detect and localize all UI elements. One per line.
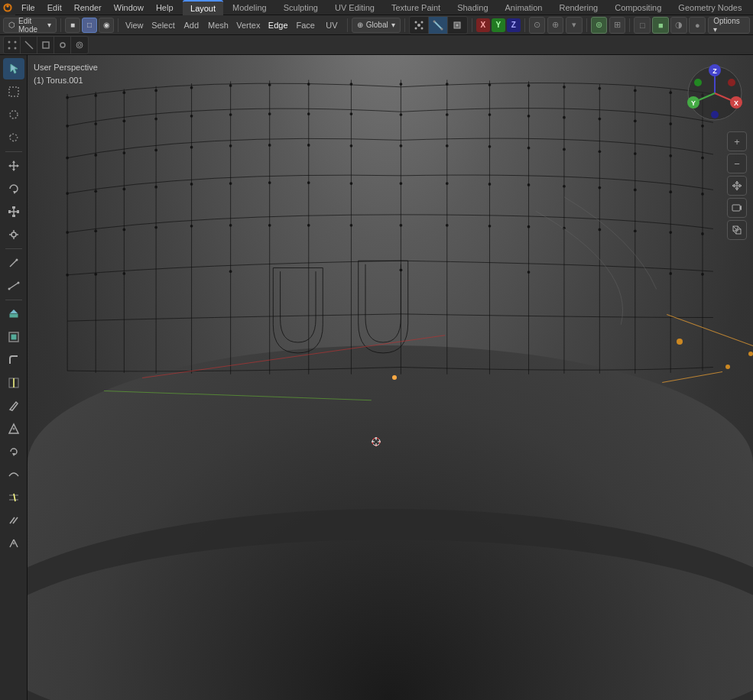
mesh-menu-btn[interactable]: Mesh [205,17,232,34]
tool-annotate[interactable] [3,252,24,274]
tab-shading[interactable]: Shading [450,0,495,15]
vp-ortho-btn[interactable] [727,220,747,240]
3d-viewport[interactable]: User Perspective (1) Torus.001 Z X [28,55,753,700]
menu-file[interactable]: File [15,0,41,15]
tab-animation[interactable]: Animation [498,0,550,15]
x-axis-btn[interactable]: X [476,18,490,32]
viewport-type-mat[interactable]: ◉ [99,18,114,33]
proportional-edit-btn[interactable]: ⊙ [529,17,545,34]
tab-compositing[interactable]: Compositing [607,0,669,15]
3d-cursor [370,436,382,448]
separator-2 [118,18,118,32]
xray-indicator[interactable] [71,37,88,53]
tool-move[interactable] [3,155,24,177]
options-btn[interactable]: Options ▾ [708,17,750,34]
edge-indicator[interactable] [21,37,37,53]
extra-indicator[interactable] [54,37,71,53]
select-mode-group [409,16,468,34]
tool-inset[interactable] [3,326,24,348]
svg-point-21 [78,44,81,47]
svg-point-13 [8,41,10,43]
tool-spin[interactable] [3,441,24,462]
mode-label: Edit Mode [18,17,44,34]
svg-point-12 [456,24,459,26]
tool-rip[interactable] [3,533,24,554]
edge-select-btn[interactable] [429,17,448,34]
snap-btn[interactable]: ⊕ [547,17,563,34]
transform-space[interactable]: ⊕ Global ▾ [352,18,401,33]
tool-select-box[interactable] [3,81,24,102]
svg-point-3 [417,24,420,27]
vp-pan-btn[interactable] [727,176,747,196]
svg-point-46 [17,282,19,284]
svg-point-16 [14,47,16,49]
header-toolbar: ⬡ Edit Mode ▾ ■ □ ◉ View Select Add Mesh… [0,15,753,35]
wireframe-shading-btn[interactable]: □ [634,17,651,34]
solid-shading-btn[interactable]: ■ [652,17,669,34]
svg-point-20 [76,42,83,48]
tab-rendering[interactable]: Rendering [551,0,605,15]
tab-texture-paint[interactable]: Texture Paint [384,0,448,15]
tool-poly-build[interactable] [3,418,24,439]
face-select-btn[interactable] [448,17,467,34]
svg-point-198 [728,79,735,86]
svg-line-203 [733,226,736,229]
separator-5 [472,18,472,32]
svg-marker-28 [8,164,11,167]
svg-line-17 [25,41,33,49]
vert-indicator[interactable] [4,37,21,53]
material-shading-btn[interactable]: ◑ [670,17,687,34]
tool-edge-slide[interactable] [3,487,24,508]
overlay-btn[interactable]: ⊚ [591,17,607,34]
menu-edit[interactable]: Edit [41,0,68,15]
z-axis-btn[interactable]: Z [507,18,521,32]
face-menu-btn[interactable]: Face [293,17,318,34]
edit-mode-toolbar [0,35,753,55]
tab-modeling[interactable]: Modeling [225,0,274,15]
tool-rotate[interactable] [3,178,24,199]
face-indicator[interactable] [37,37,54,53]
add-menu-btn[interactable]: Add [180,17,203,34]
xray-btn[interactable]: ⊞ [609,17,625,34]
snap-options-btn[interactable]: ▾ [566,17,582,34]
vertex-menu-btn[interactable]: Vertex [234,17,263,34]
menu-render[interactable]: Render [68,0,108,15]
tab-sculpting[interactable]: Sculpting [276,0,326,15]
view-menu-btn[interactable]: View [122,17,147,34]
tool-select-lasso[interactable] [3,127,24,148]
tab-geometry-nodes[interactable]: Geometry Nodes [670,0,749,15]
tool-bevel[interactable] [3,349,24,371]
tab-uv-editing[interactable]: UV Editing [327,0,382,15]
vertex-select-btn[interactable] [410,17,429,34]
uv-menu-btn[interactable]: UV [320,17,343,34]
tool-loop-cut[interactable] [3,372,24,394]
vp-camera-btn[interactable] [727,198,747,218]
svg-point-19 [60,43,65,47]
tool-shear[interactable] [3,510,24,531]
nav-gizmo[interactable]: Z X Y [684,63,745,124]
tool-scale[interactable] [3,201,24,222]
vp-zoom-in-btn[interactable]: + [727,131,747,151]
tab-layout[interactable]: Layout [183,0,223,15]
menu-help[interactable]: Help [150,0,180,15]
tool-extrude[interactable] [3,303,24,325]
blender-logo[interactable] [0,0,15,15]
menu-window[interactable]: Window [108,0,150,15]
mode-selector[interactable]: ⬡ Edit Mode ▾ [3,18,57,33]
tool-knife[interactable] [3,395,24,416]
svg-point-196 [711,111,719,118]
tool-smooth-vertices[interactable] [3,464,24,485]
vp-zoom-out-btn[interactable]: − [727,154,747,173]
tool-measure[interactable] [3,275,24,297]
tool-cursor[interactable] [3,58,24,79]
svg-line-8 [434,21,442,29]
rendered-shading-btn[interactable]: ● [689,17,706,34]
tool-transform[interactable] [3,224,24,245]
viewport-type-wire[interactable]: □ [82,18,97,33]
tool-select-circle[interactable] [3,104,24,125]
viewport-type-solid[interactable]: ■ [65,18,80,33]
svg-text:X: X [734,99,738,107]
y-axis-btn[interactable]: Y [492,18,505,32]
select-menu-btn[interactable]: Select [149,17,178,34]
edge-menu-btn[interactable]: Edge [265,17,291,34]
